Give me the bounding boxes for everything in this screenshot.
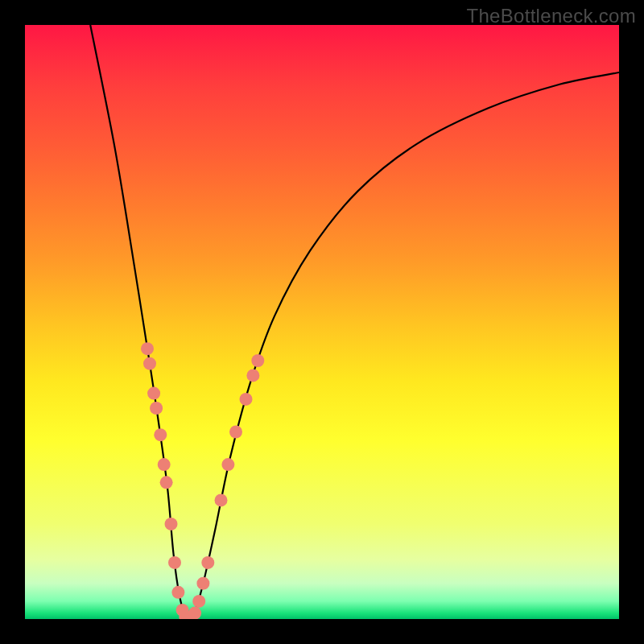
data-marker xyxy=(168,556,181,569)
data-marker xyxy=(165,518,178,530)
data-marker xyxy=(154,428,167,441)
data-marker xyxy=(215,493,228,506)
data-marker xyxy=(147,387,160,400)
data-marker xyxy=(160,476,173,489)
data-marker xyxy=(171,586,184,599)
chart-svg xyxy=(25,25,619,619)
data-marker xyxy=(229,426,242,439)
data-marker xyxy=(196,577,209,590)
data-marker xyxy=(150,402,163,415)
plot-area xyxy=(25,25,619,619)
data-marker xyxy=(201,556,214,569)
watermark-text: TheBottleneck.com xyxy=(466,5,636,27)
data-marker xyxy=(251,354,264,367)
chart-frame: TheBottleneck.com xyxy=(0,0,644,644)
data-marker xyxy=(240,393,253,406)
data-marker xyxy=(221,458,234,471)
data-marker xyxy=(246,369,259,382)
data-marker xyxy=(141,342,154,355)
data-marker xyxy=(158,458,171,471)
data-marker xyxy=(192,595,205,608)
data-marker xyxy=(143,357,156,370)
data-marker xyxy=(188,607,201,619)
data-markers xyxy=(141,342,264,619)
